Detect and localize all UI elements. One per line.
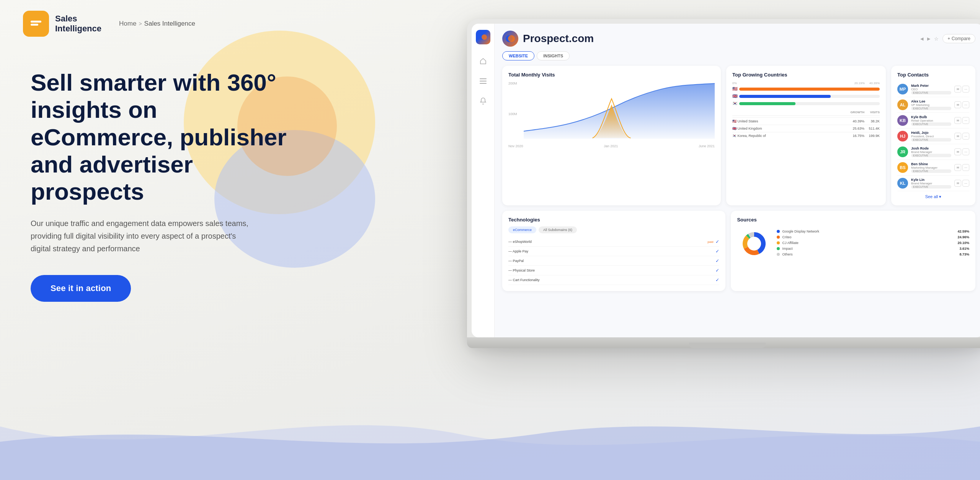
countries-title: Top Growing Countries: [732, 72, 880, 78]
contact-action-btn-2[interactable]: ⋯: [962, 133, 969, 140]
tech-name: — Cart Functionality: [508, 278, 715, 282]
forward-icon[interactable]: ▶: [927, 36, 930, 41]
legend-pct: 8.73%: [959, 252, 969, 256]
contact-action-btn-2[interactable]: ⋯: [962, 86, 969, 93]
country-row-kr: 🇰🇷 Korea, Republic of 16.75% 199.9K: [732, 132, 880, 139]
contact-name: Ben Shine: [911, 162, 951, 166]
laptop-screen: Prospect.com ◀ ▶ ☆ + Compare WEBSITE INS…: [472, 24, 980, 337]
country-table-header: GROWTH VISITS: [732, 111, 880, 116]
contact-role: CEO: [911, 88, 951, 91]
domain-name: Prospect.com: [523, 33, 594, 45]
hero-description: Our unique traffic and engagement data e…: [31, 217, 253, 255]
sidebar-home-icon[interactable]: [477, 55, 489, 67]
contact-action-btn-2[interactable]: ⋯: [962, 180, 969, 187]
compare-button[interactable]: + Compare: [942, 34, 975, 43]
legend-item: Criteo 24.96%: [777, 235, 969, 239]
legend-item: Google Display Network 42.59%: [777, 229, 969, 233]
contact-name: Mark Peter: [911, 84, 951, 88]
laptop-base: [467, 337, 980, 348]
contact-action-btn-2[interactable]: ⋯: [962, 101, 969, 108]
legend-dot: [777, 253, 780, 256]
contact-action-btn-1[interactable]: ✉: [954, 117, 961, 124]
contact-actions: ✉ ⋯: [954, 148, 969, 155]
contact-action-btn-2[interactable]: ⋯: [962, 117, 969, 124]
contact-avatar: HJ: [897, 131, 908, 142]
legend-pct: 20.10%: [957, 241, 969, 245]
contact-actions: ✉ ⋯: [954, 133, 969, 140]
breadcrumb-home[interactable]: Home: [119, 20, 136, 28]
contact-actions: ✉ ⋯: [954, 164, 969, 171]
contact-action-btn-2[interactable]: ⋯: [962, 148, 969, 155]
tech-badge: paid: [707, 240, 713, 244]
back-icon[interactable]: ◀: [920, 36, 923, 41]
contact-actions: ✉ ⋯: [954, 86, 969, 93]
tech-check-icon: ✓: [715, 249, 719, 254]
contacts-list: MP Mark Peter CEO EXECUTIVE ✉ ⋯ AL Alex …: [897, 81, 969, 191]
tab-insights[interactable]: INSIGHTS: [537, 51, 570, 60]
contact-item: KL Kyle Lin Brand Manager EXECUTIVE ✉ ⋯: [897, 176, 969, 191]
sidebar-menu-icon[interactable]: [477, 75, 489, 87]
tech-tab-subdomains[interactable]: All Subdomains (6): [539, 226, 577, 233]
tech-item: — eShopWorld paid ✓: [508, 237, 719, 247]
line-chart: [524, 81, 715, 139]
contact-avatar: AL: [897, 99, 908, 110]
contact-role: VP Marketing: [911, 103, 951, 107]
traffic-title: Total Monthly Visits: [508, 72, 715, 78]
contact-role: Brand Manager: [911, 150, 951, 154]
legend-label: CJ Affiliate: [782, 241, 798, 245]
sources-card: Sources Google Display Network 42.59% Cr…: [731, 211, 975, 291]
contact-info: Mark Peter CEO EXECUTIVE: [911, 84, 951, 94]
contact-action-btn-2[interactable]: ⋯: [962, 164, 969, 171]
laptop-body: Prospect.com ◀ ▶ ☆ + Compare WEBSITE INS…: [467, 19, 980, 348]
contact-item: KB Kyle Bulb Retail Operation EXECUTIVE …: [897, 113, 969, 129]
legend-pct: 3.61%: [959, 247, 969, 251]
domain-logo-icon: [502, 31, 518, 47]
see-all-button[interactable]: See all ▾: [897, 194, 969, 199]
technologies-title: Technologies: [508, 217, 719, 223]
tech-tabs: eCommerce All Subdomains (6): [508, 226, 719, 233]
contact-action-btn-1[interactable]: ✉: [954, 148, 961, 155]
contact-actions: ✉ ⋯: [954, 180, 969, 187]
contact-badge: EXECUTIVE: [911, 154, 951, 157]
contact-name: Alex Lee: [911, 99, 951, 103]
tech-tab-ecommerce[interactable]: eCommerce: [508, 226, 536, 233]
star-icon[interactable]: ☆: [934, 36, 939, 42]
tab-website[interactable]: WEBSITE: [502, 51, 534, 60]
country-bar-us: 🇺🇸: [732, 86, 880, 91]
chart-area: 200M 100M: [508, 81, 715, 143]
contact-action-btn-1[interactable]: ✉: [954, 133, 961, 140]
legend-dot: [777, 247, 780, 250]
country-bar-kr: 🇰🇷: [732, 101, 880, 106]
contact-badge: EXECUTIVE: [911, 169, 951, 173]
sources-layout: Google Display Network 42.59% Criteo 24.…: [737, 226, 969, 261]
contact-action-btn-1[interactable]: ✉: [954, 101, 961, 108]
legend-label: Google Display Network: [782, 229, 819, 233]
contact-action-btn-1[interactable]: ✉: [954, 180, 961, 187]
contact-name: Josh Rode: [911, 146, 951, 150]
contact-badge: EXECUTIVE: [911, 138, 951, 142]
legend-dot: [777, 241, 780, 244]
cta-button[interactable]: See it in action: [31, 275, 131, 302]
tech-item: — Cart Functionality ✓: [508, 275, 719, 285]
logo-icon: [23, 11, 49, 37]
contact-avatar: JR: [897, 146, 908, 157]
grid-row-2: Technologies eCommerce All Subdomains (6…: [502, 211, 975, 291]
logo-title: SalesIntelligence: [55, 14, 101, 34]
contact-info: Heidi, Jojo President, Direct EXECUTIVE: [911, 131, 951, 142]
contact-item: HJ Heidi, Jojo President, Direct EXECUTI…: [897, 129, 969, 144]
svg-point-4: [482, 34, 487, 40]
country-row-uk: 🇬🇧 United Kingdom 25.63% 511.4K: [732, 125, 880, 132]
contact-info: Alex Lee VP Marketing EXECUTIVE: [911, 99, 951, 110]
tech-check-icon: ✓: [715, 258, 719, 264]
contact-item: BS Ben Shine Marketing Manager EXECUTIVE…: [897, 160, 969, 176]
contact-badge: EXECUTIVE: [911, 122, 951, 126]
contact-name: Kyle Bulb: [911, 115, 951, 119]
domain-info: Prospect.com: [502, 31, 594, 47]
contact-avatar: BS: [897, 162, 908, 173]
sidebar-bell-icon[interactable]: [477, 95, 489, 107]
tech-check-icon: ✓: [715, 277, 719, 283]
tech-check-icon: ✓: [715, 239, 719, 244]
contact-action-btn-1[interactable]: ✉: [954, 86, 961, 93]
dashboard: Prospect.com ◀ ▶ ☆ + Compare WEBSITE INS…: [472, 24, 980, 337]
contact-action-btn-1[interactable]: ✉: [954, 164, 961, 171]
